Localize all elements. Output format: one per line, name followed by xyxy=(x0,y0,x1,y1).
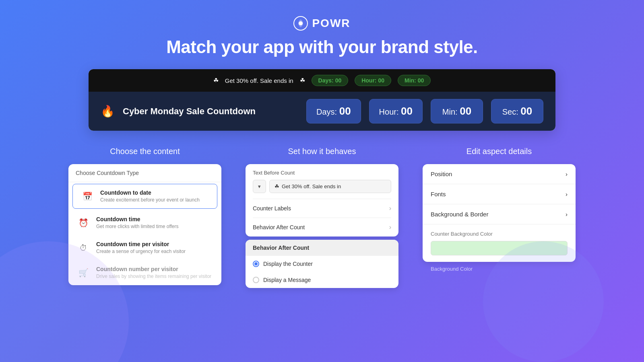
behavior-option-message-label: Display a Message xyxy=(263,277,311,283)
text-before-input: ▾ ☘ Get 30% off. Sale ends in xyxy=(253,180,391,193)
header: POWR Match your app with your brand styl… xyxy=(0,0,644,69)
svg-point-1 xyxy=(299,21,303,25)
countdown-date-subtitle: Create excitement before your event or l… xyxy=(100,197,200,203)
fire-emoji: 🔥 xyxy=(101,105,115,118)
pill-min: Min: 00 xyxy=(398,75,431,86)
position-row[interactable]: Position › xyxy=(423,164,576,184)
right-column-title: Edit aspect details xyxy=(423,147,576,156)
countdown-item-visitor[interactable]: ⏱ Countdown time per visitor Create a se… xyxy=(68,235,221,260)
counter-min: Min: 00 xyxy=(431,99,483,123)
countdown-type-card: Choose Countdown Type 📅 Countdown to dat… xyxy=(68,164,221,285)
counter-labels-row[interactable]: Counter Labels › xyxy=(246,199,398,218)
countdown-visitor-subtitle: Create a sense of urgency for each visit… xyxy=(96,249,186,254)
preview-blue-bar: 🔥 Cyber Monday Sale Countdown Days: 00 H… xyxy=(89,92,555,131)
counter-bg-label: Counter Background Color xyxy=(431,231,568,237)
behavior-option-counter-label: Display the Counter xyxy=(263,261,313,267)
behavior-expanded-panel: Behavior After Count Display the Counter… xyxy=(246,240,398,288)
text-before-count-label: Text Before Count xyxy=(253,170,391,176)
counter-hour: Hour: 00 xyxy=(369,99,423,123)
background-border-row[interactable]: Background & Border › xyxy=(423,204,576,224)
logo: POWR xyxy=(0,16,644,31)
alarm-icon: ⏰ xyxy=(76,216,91,230)
position-chevron: › xyxy=(566,171,568,177)
text-before-count-section: Text Before Count ▾ ☘ Get 30% off. Sale … xyxy=(246,164,398,199)
fonts-label: Fonts xyxy=(431,191,446,197)
countdown-date-title: Countdown to date xyxy=(100,189,200,196)
logo-text: POWR xyxy=(312,17,350,30)
counter-days: Days: 00 xyxy=(306,99,361,123)
behavior-card: Text Before Count ▾ ☘ Get 30% off. Sale … xyxy=(246,164,398,237)
countdown-time-title: Countdown time xyxy=(96,216,179,222)
middle-column-title: Set how it behaves xyxy=(246,147,398,156)
counter-bg-section: Counter Background Color xyxy=(423,224,576,262)
text-field-value: Get 30% off. Sale ends in xyxy=(282,183,341,189)
right-column: Edit aspect details Position › Fonts › B… xyxy=(423,147,576,288)
bottom-section: Choose the content Choose Countdown Type… xyxy=(0,147,644,288)
countdown-item-date[interactable]: 📅 Countdown to date Create excitement be… xyxy=(72,184,217,209)
countdown-time-subtitle: Get more clicks with limited time offers xyxy=(96,224,179,229)
fonts-row[interactable]: Fonts › xyxy=(423,184,576,204)
tagline: Match your app with your brand style. xyxy=(0,37,644,57)
pill-hour: Hour: 00 xyxy=(355,75,391,86)
left-column-title: Choose the content xyxy=(68,147,221,156)
chevron-right-icon-2: › xyxy=(389,224,391,231)
text-field[interactable]: ☘ Get 30% off. Sale ends in xyxy=(269,180,391,193)
behavior-after-count-row[interactable]: Behavior After Count › xyxy=(246,218,398,237)
countdown-title: Cyber Monday Sale Countdown xyxy=(123,106,298,117)
counter-bg-color-input[interactable] xyxy=(431,241,568,255)
behavior-option-counter[interactable]: Display the Counter xyxy=(246,256,398,272)
radio-empty-icon[interactable] xyxy=(253,277,259,283)
radio-selected-icon[interactable] xyxy=(253,261,259,267)
countdown-number-title: Countdown number per visitor xyxy=(96,266,211,272)
calendar-icon: 📅 xyxy=(80,189,95,204)
chevron-right-icon: › xyxy=(389,205,391,212)
background-border-chevron: › xyxy=(566,211,568,218)
bg-color-label: Background Color xyxy=(423,262,576,276)
behavior-option-message[interactable]: Display a Message xyxy=(246,272,398,288)
behavior-expanded-header: Behavior After Count xyxy=(246,240,398,256)
counter-labels-text: Counter Labels xyxy=(253,205,291,212)
countdown-number-subtitle: Drive sales by showing the items remaini… xyxy=(96,274,211,279)
dark-bar-emoji-right: ☘ xyxy=(300,77,305,84)
clover-emoji: ☘ xyxy=(275,183,279,189)
counter-sec: Sec: 00 xyxy=(491,99,543,123)
timer-icon: ⏱ xyxy=(76,241,91,255)
behavior-after-count-text: Behavior After Count xyxy=(253,224,305,230)
input-dropdown[interactable]: ▾ xyxy=(253,180,266,193)
dark-bar-emoji-left: ☘ xyxy=(213,77,219,84)
aspect-card: Position › Fonts › Background & Border ›… xyxy=(423,164,576,262)
fonts-chevron: › xyxy=(566,191,568,197)
countdown-item-number[interactable]: 🛒 Countdown number per visitor Drive sal… xyxy=(68,260,221,285)
countdown-visitor-title: Countdown time per visitor xyxy=(96,241,186,247)
preview-dark-bar: ☘ Get 30% off. Sale ends in ☘ Days: 00 H… xyxy=(89,69,555,92)
position-label: Position xyxy=(431,171,452,177)
dark-bar-text: Get 30% off. Sale ends in xyxy=(225,77,293,84)
middle-column: Set how it behaves Text Before Count ▾ ☘… xyxy=(246,147,398,288)
powr-logo-icon xyxy=(293,16,308,31)
left-column: Choose the content Choose Countdown Type… xyxy=(68,147,221,288)
countdown-item-time[interactable]: ⏰ Countdown time Get more clicks with li… xyxy=(68,210,221,235)
preview-container: ☘ Get 30% off. Sale ends in ☘ Days: 00 H… xyxy=(89,69,555,131)
card-header: Choose Countdown Type xyxy=(68,164,221,182)
dropdown-arrow: ▾ xyxy=(258,183,261,189)
cart-icon: 🛒 xyxy=(76,265,91,280)
pill-days: Days: 00 xyxy=(312,75,349,86)
background-border-label: Background & Border xyxy=(431,211,488,218)
